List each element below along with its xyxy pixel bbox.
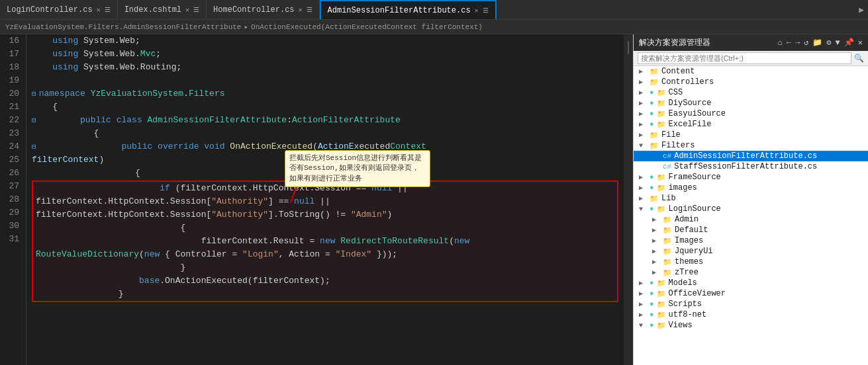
folder-icon: 📁 [657,89,666,97]
code-line-26b: filterContext.HttpContext.Session["Autho… [33,195,617,208]
chevron-right-icon: ▶ [639,311,650,319]
code-line-19 [32,74,618,87]
properties-icon[interactable]: ⚙ [826,38,831,48]
tree-label: DiySource [669,99,712,108]
tree-item-controllers[interactable]: ▶ 📁 Controllers [634,77,868,87]
chevron-right-icon: ▶ [652,247,663,255]
tree-item-themes[interactable]: ▶ 📁 themes [634,257,868,267]
tab-homecontroller[interactable]: HomeController.cs ✕ ☰ [207,0,319,19]
refresh-icon[interactable]: ↺ [804,38,808,48]
dot-icon: ● [650,173,654,181]
chevron-down-icon: ▼ [639,206,650,213]
tab-label: AdminSessionFilterAttribute.cs [328,6,471,15]
solution-explorer-title: 解决方案资源管理器 [639,37,710,48]
chevron-down-icon: ▼ [639,322,650,329]
folder-icon: 📁 [663,226,672,235]
tree-item-loginsource[interactable]: ▼ ● 📁 LoginSource [634,204,868,214]
chevron-right-icon: ▶ [639,131,650,139]
tab-index[interactable]: Index.cshtml ✕ ☰ [118,0,207,19]
back-icon[interactable]: ← [787,38,791,48]
close-icon[interactable]: ✕ [299,6,303,14]
chevron-right-icon: ▶ [639,89,650,97]
tab-pin-icon[interactable]: ☰ [105,6,111,14]
dot-icon: ● [650,205,654,213]
folder-icon: 📁 [657,205,666,214]
solution-explorer-panel: 解决方案资源管理器 ⌂ ← → ↺ 📁 ⚙ ▼ 📌 ✕ 🔍 [633,34,868,365]
close-icon[interactable]: ✕ [475,7,479,15]
tab-adminsession[interactable]: AdminSessionFilterAttribute.cs ✕ ☰ [320,0,497,19]
tree-item-images[interactable]: ▶ ● 📁 images [634,182,868,193]
close-icon[interactable]: ✕ [185,6,189,14]
tree-label: LoginSource [669,204,721,214]
search-input[interactable] [638,52,851,64]
code-line-30: base.OnActionExecuted(filterContext); [33,274,617,288]
chevron-right-icon: ▶ [639,99,650,107]
chevron-right-icon: ▶ [652,237,663,245]
tab-pin-icon[interactable]: ☰ [193,6,199,14]
close-panel-icon[interactable]: ✕ [858,38,863,48]
editor-scrollbar[interactable] [624,34,633,365]
tree-item-staffsession[interactable]: c# StaffSessionFilterAttribute.cs [634,161,868,172]
tree-item-ztree[interactable]: ▶ 📁 zTree [634,267,868,278]
tree-label: CSS [669,88,683,97]
chevron-right-icon: ▶ [639,184,650,192]
tree-item-css[interactable]: ▶ ● 📁 CSS [634,87,868,98]
tree-item-scripts[interactable]: ▶ ● 📁 Scripts [634,299,868,309]
tree-label: Images [675,236,703,245]
breadcrumb-bar: YzEvaluationSystem.Filters.AdminSessionF… [0,20,868,34]
home-icon[interactable]: ⌂ [777,38,782,48]
code-line-27: { [33,222,617,235]
tab-pin-icon[interactable]: ☰ [307,6,313,14]
tree-item-models[interactable]: ▶ ● 📁 Models [634,278,868,288]
close-icon[interactable]: ✕ [97,6,101,14]
folder-icon: 📁 [657,300,666,309]
tree-item-diysource[interactable]: ▶ ● 📁 DiySource [634,98,868,108]
tree-item-jqueryui[interactable]: ▶ 📁 JqueryUi [634,246,868,257]
tree-item-lib[interactable]: ▶ 📁 Lib [634,193,868,204]
tree-item-filters[interactable]: ▼ 📁 Filters [634,140,868,151]
annotation-text: 拦截后先对Session信息进行判断看其是否有Session,如果没有则返回登录… [289,154,422,182]
pin-icon[interactable]: 📌 [844,38,854,48]
code-editor[interactable]: using System.Web; using System.Web.Mvc; … [26,34,624,365]
tab-scroll-right[interactable]: ▶ [855,0,868,19]
folder-icon: 📁 [663,258,672,266]
tab-logincontroller[interactable]: LoginController.cs ✕ ☰ [0,0,118,19]
tree-item-officeviewer[interactable]: ▶ ● 📁 OfficeViewer [634,288,868,299]
folder-icon: 📁 [657,279,666,288]
chevron-right-icon: ▶ [652,226,663,234]
forward-icon[interactable]: → [795,38,800,48]
tree-item-framesource[interactable]: ▶ ● 📁 FrameSource [634,172,868,182]
tree-item-images2[interactable]: ▶ 📁 Images [634,235,868,246]
tree-item-file[interactable]: ▶ 📁 File [634,130,868,140]
annotation-balloon: 拦截后先对Session信息进行判断看其是否有Session,如果没有则返回登录… [285,150,430,187]
chevron-right-icon: ▶ [652,258,663,266]
dot-icon: ● [650,290,654,298]
folder-icon[interactable]: 📁 [812,38,822,48]
tree-item-easyuisource[interactable]: ▶ ● 📁 EasyuiSource [634,108,868,119]
code-line-28: filterContext.Result = new RedirectToRou… [33,235,617,248]
search-icon[interactable]: 🔍 [854,54,864,63]
dot-icon: ● [650,99,654,107]
code-line-23: { [32,127,618,140]
code-line-26c: filterContext.HttpContext.Session["Autho… [33,208,617,222]
dot-icon: ● [650,110,654,118]
code-line-17: using System.Web.Mvc; [32,48,618,61]
filter-icon[interactable]: ▼ [836,38,840,48]
tab-pin-icon[interactable]: ☰ [483,7,489,15]
tree-label: Default [675,225,708,235]
dot-icon: ● [650,311,654,319]
chevron-right-icon: ▶ [639,290,650,298]
tree-item-utf8net[interactable]: ▶ ● 📁 utf8-net [634,309,868,320]
tree-item-default[interactable]: ▶ 📁 Default [634,225,868,235]
tree-item-admin[interactable]: ▶ 📁 Admin [634,214,868,225]
cs-file-icon: c# [663,152,671,160]
tree-item-content[interactable]: ▶ 📁 Content [634,66,868,77]
tree-item-adminsession[interactable]: c# AdminSessionFilterAttribute.cs [634,151,868,161]
tree-item-excelfile[interactable]: ▶ ● 📁 ExcelFile [634,119,868,130]
tree-item-views[interactable]: ▼ ● 📁 Views [634,320,868,331]
folder-icon: 📁 [650,194,659,203]
tree-label: Content [661,67,695,76]
dot-icon: ● [650,279,654,287]
folder-icon: 📁 [663,216,672,224]
folder-icon: 📁 [650,67,659,76]
